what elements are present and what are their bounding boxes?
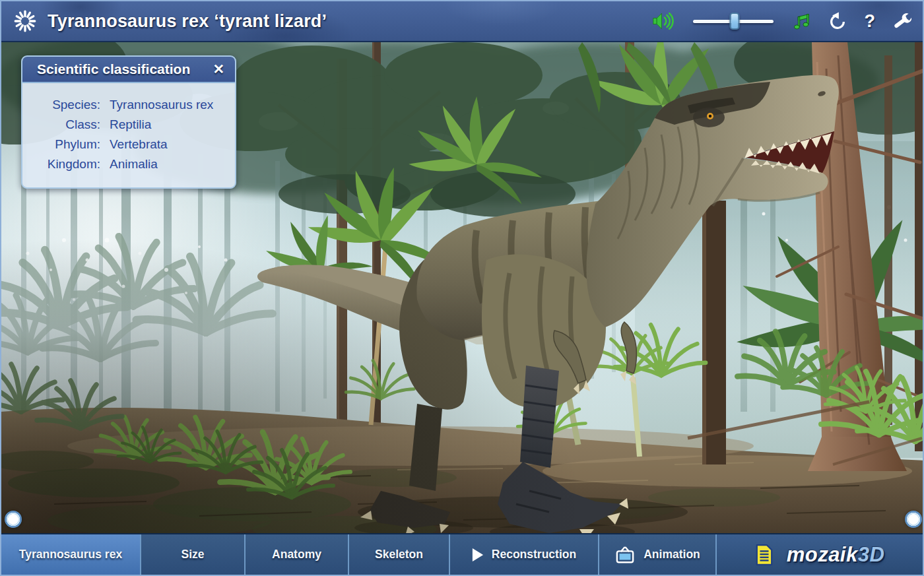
panel-title: Scientific classification [37, 61, 190, 77]
row-label: Species: [29, 95, 110, 115]
row-value: Tyrannosaurus rex [110, 95, 224, 115]
loading-spinner-icon [12, 8, 38, 34]
mozaik3d-logo[interactable]: mozaik3D [717, 534, 923, 575]
classification-row: Kingdom: Animalia [29, 154, 224, 174]
rotate-handle-left[interactable] [5, 511, 22, 528]
tab-reconstruction[interactable]: Reconstruction [450, 534, 599, 575]
tab-skeleton[interactable]: Skeleton [349, 534, 450, 575]
play-icon [472, 548, 484, 562]
volume-slider[interactable] [693, 13, 774, 30]
logo-text: mozaik3D [787, 543, 885, 567]
help-icon[interactable]: ? [865, 13, 876, 30]
tab-animation[interactable]: Animation [599, 534, 717, 575]
row-label: Kingdom: [29, 154, 110, 174]
app-title: Tyrannosaurus rex ‘tyrant lizard’ [48, 11, 327, 32]
rotate-handle-right[interactable] [905, 511, 922, 528]
row-value: Reptilia [110, 115, 224, 135]
music-notes-icon[interactable] [791, 11, 810, 31]
close-icon[interactable]: ✕ [210, 61, 227, 77]
wrench-icon[interactable] [892, 11, 912, 31]
tv-icon [614, 546, 636, 564]
classification-panel: Scientific classification ✕ Species: Tyr… [21, 55, 236, 189]
top-bar: Tyrannosaurus rex ‘tyrant lizard’ [1, 1, 923, 42]
row-label: Phylum: [29, 135, 110, 154]
tab-tyrannosaurus-rex[interactable]: Tyrannosaurus rex [1, 534, 141, 575]
classification-row: Class: Reptilia [29, 115, 224, 135]
classification-row: Species: Tyrannosaurus rex [29, 95, 224, 115]
classification-panel-body: Species: Tyrannosaurus rex Class: Reptil… [22, 83, 235, 187]
document-icon [755, 544, 774, 566]
bottom-nav-bar: Tyrannosaurus rex Size Anatomy Skeleton … [1, 533, 923, 575]
app-window: Tyrannosaurus rex ‘tyrant lizard’ [0, 0, 924, 576]
row-value: Animalia [110, 154, 224, 174]
reset-view-icon[interactable] [828, 11, 847, 31]
row-value: Vertebrata [110, 135, 224, 154]
volume-icon[interactable] [652, 11, 676, 31]
row-label: Class: [29, 115, 110, 135]
classification-row: Phylum: Vertebrata [29, 135, 224, 154]
tab-anatomy[interactable]: Anatomy [246, 534, 349, 575]
toolbar: ? [652, 11, 913, 31]
volume-slider-handle[interactable] [729, 13, 739, 30]
tab-size[interactable]: Size [141, 534, 246, 575]
classification-panel-header: Scientific classification ✕ [22, 57, 235, 83]
scene-3d-viewport[interactable]: Scientific classification ✕ Species: Tyr… [1, 42, 924, 536]
